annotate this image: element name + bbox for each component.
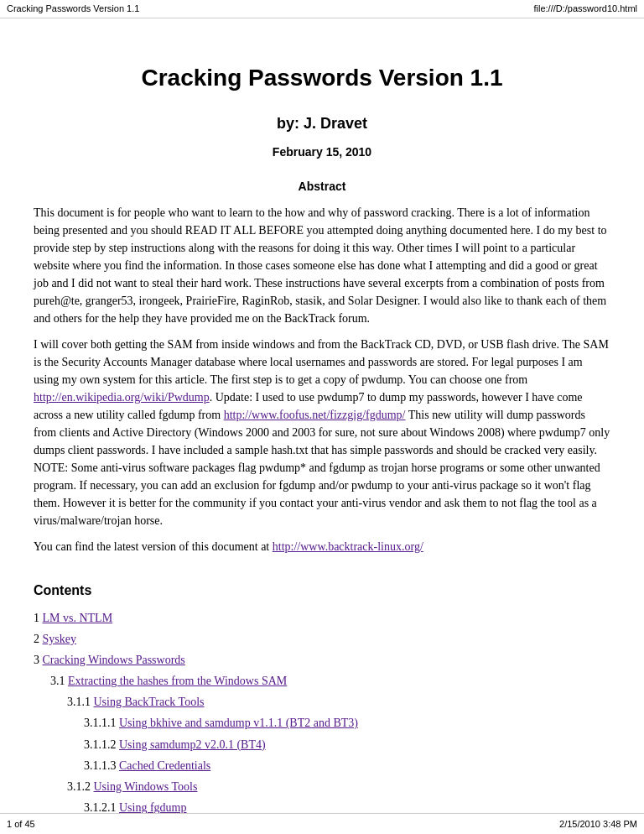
page-info: 1 of 45	[7, 817, 35, 831]
contents-number: 2	[34, 633, 43, 645]
contents-number: 3.1.2	[67, 780, 94, 793]
main-title: Cracking Passwords Version 1.1	[34, 60, 610, 96]
contents-link[interactable]: Using BackTrack Tools	[94, 696, 205, 708]
contents-link[interactable]: LM vs. NTLM	[43, 612, 113, 624]
abstract-paragraph-2: I will cover both getting the SAM from i…	[34, 336, 610, 529]
abstract-paragraph-3: You can find the latest version of this …	[34, 538, 610, 555]
browser-url: file:///D:/password10.html	[534, 2, 638, 16]
list-item: 3.1.2 Using Windows Tools	[34, 776, 610, 797]
list-item: 3.1.1 Using BackTrack Tools	[34, 691, 610, 712]
list-item: 3.1 Extracting the hashes from the Windo…	[34, 670, 610, 691]
list-item: 3.1.1.3 Cached Credentials	[34, 755, 610, 776]
contents-heading: Contents	[34, 581, 610, 601]
contents-link[interactable]: Extracting the hashes from the Windows S…	[68, 675, 287, 687]
abstract-p3-text: You can find the latest version of this …	[34, 540, 273, 553]
list-item: 1 LM vs. NTLM	[34, 607, 610, 628]
abstract-paragraph-1: This document is for people who want to …	[34, 204, 610, 327]
contents-link[interactable]: Using samdump2 v2.0.1 (BT4)	[119, 738, 266, 751]
contents-link[interactable]: Cached Credentials	[119, 759, 210, 772]
pwdump-link[interactable]: http://en.wikipedia.org/wiki/Pwdump	[34, 391, 210, 404]
contents-link[interactable]: Syskey	[43, 633, 76, 645]
date-heading: February 15, 2010	[34, 143, 610, 161]
list-item: 3.1.1.2 Using samdump2 v2.0.1 (BT4)	[34, 734, 610, 755]
bottom-bar: 1 of 45 2/15/2010 3:48 PM	[0, 813, 644, 835]
contents-link[interactable]: Cracking Windows Passwords	[43, 654, 185, 666]
contents-number: 3.1.1	[67, 696, 94, 708]
contents-number: 3.1.1.3	[84, 759, 119, 772]
contents-section: Contents 1 LM vs. NTLM2 Syskey3 Cracking…	[34, 581, 610, 835]
contents-number: 3.1.1.1	[84, 717, 119, 729]
date-time: 2/15/2010 3:48 PM	[559, 817, 637, 831]
backtrack-link[interactable]: http://www.backtrack-linux.org/	[273, 540, 423, 553]
contents-number: 3.1	[50, 675, 68, 687]
contents-link[interactable]: Using bkhive and samdump v1.1.1 (BT2 and…	[119, 717, 358, 729]
abstract-p2-text3: This new utility will dump passwords fro…	[34, 409, 610, 527]
abstract-p2-text1: I will cover both getting the SAM from i…	[34, 338, 609, 386]
contents-number: 3	[34, 654, 43, 666]
fgdump-link[interactable]: http://www.foofus.net/fizzgig/fgdump/	[224, 409, 406, 421]
author-heading: by: J. Dravet	[34, 112, 610, 135]
page-content: Cracking Passwords Version 1.1 by: J. Dr…	[0, 18, 644, 835]
contents-list: 1 LM vs. NTLM2 Syskey3 Cracking Windows …	[34, 607, 610, 835]
contents-link[interactable]: Using Windows Tools	[94, 780, 198, 793]
contents-number: 1	[34, 612, 43, 624]
abstract-heading: Abstract	[34, 178, 610, 195]
list-item: 3 Cracking Windows Passwords	[34, 649, 610, 670]
list-item: 3.1.1.1 Using bkhive and samdump v1.1.1 …	[34, 712, 610, 733]
list-item: 2 Syskey	[34, 628, 610, 649]
contents-number: 3.1.1.2	[84, 738, 119, 751]
browser-top-bar: Cracking Passwords Version 1.1 file:///D…	[0, 0, 644, 18]
browser-title: Cracking Passwords Version 1.1	[7, 2, 139, 16]
